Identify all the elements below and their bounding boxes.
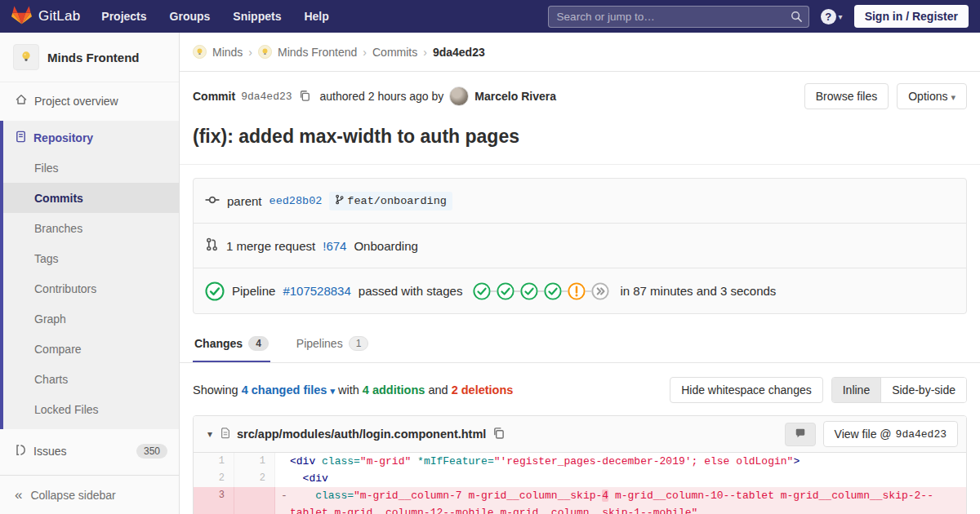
sidebar-item-repository[interactable]: Repository [3,122,179,153]
status-passed-icon[interactable] [544,282,562,300]
new-line-number[interactable]: 1 [234,453,275,470]
collapse-sidebar-button[interactable]: « Collapse sidebar [0,475,179,514]
changed-files-dropdown[interactable]: 4 changed files ▾ [242,383,335,397]
commit-label: Commit [193,90,235,103]
parent-sha-link[interactable]: eed28b02 [270,195,323,207]
sidebar-item-issues[interactable]: Issues 350 [0,436,179,466]
collapse-file-caret-icon[interactable]: ▾ [207,428,212,440]
merge-request-link[interactable]: !674 [323,239,346,253]
breadcrumb-separator: › [248,46,252,59]
sidebar-item-project-overview[interactable]: Project overview [0,86,179,116]
sign-in-register-button[interactable]: Sign in / Register [854,5,969,28]
side-by-side-view-button[interactable]: Side-by-side [880,378,966,402]
pipeline-stages [473,282,609,300]
sidebar-item-files[interactable]: Files [3,153,179,183]
tab-changes[interactable]: Changes 4 [193,326,270,362]
file-path[interactable]: src/app/modules/auth/login.component.htm… [237,428,486,441]
line-content: - class="m-grid__column-7 m-grid__column… [275,487,966,514]
breadcrumb-link-group[interactable]: Minds [212,46,243,59]
view-file-button[interactable]: View file @ 9da4ed23 [823,421,958,447]
parent-label: parent [227,194,262,208]
status-passed-icon[interactable] [497,282,514,300]
lightbulb-avatar-icon [13,44,39,70]
deletions-count: 2 deletions [452,383,514,397]
old-line-number[interactable]: 1 [194,453,234,470]
commit-tabs: Changes 4 Pipelines 1 [180,326,980,363]
new-line-number[interactable] [234,487,275,514]
chevron-down-icon: ▾ [839,12,843,21]
stage-connector [491,290,497,292]
pipeline-label: Pipeline [232,284,275,298]
breadcrumb-link-project[interactable]: Minds Frontend [278,46,357,59]
nav-link-groups[interactable]: Groups [170,10,211,23]
inline-view-button[interactable]: Inline [832,378,880,402]
lightbulb-avatar-icon [193,45,207,59]
sidebar-item-contributors[interactable]: Contributors [3,273,179,304]
top-navbar: GitLab ProjectsGroupsSnippetsHelp ? ▾ Si… [0,0,980,33]
project-context-header[interactable]: Minds Frontend [0,33,179,82]
breadcrumb: Minds › Minds Frontend › Commits › 9da4e… [180,33,980,72]
commit-icon [205,193,220,210]
issues-icon [15,444,27,459]
status-passed-icon[interactable] [473,282,491,300]
sidebar-item-branches[interactable]: Branches [3,213,179,243]
sidebar-item-graph[interactable]: Graph [3,304,179,334]
diff-file-header: ▾ src/app/modules/auth/login.component.h… [194,416,966,453]
copy-icon [299,90,310,104]
browse-files-button[interactable]: Browse files [804,83,889,109]
toggle-comments-button[interactable] [785,423,816,446]
merge-request-text: 1 merge request [226,239,315,253]
sidebar-item-commits[interactable]: Commits [3,183,179,213]
status-skipped-icon[interactable] [591,282,609,300]
pipelines-count-badge: 1 [349,336,369,351]
copy-file-path-button[interactable] [491,425,506,443]
new-line-number[interactable]: 2 [234,470,275,487]
search-icon [791,11,803,25]
chevron-down-icon: ▾ [330,386,335,396]
branch-icon [335,194,344,208]
nav-link-projects[interactable]: Projects [101,10,146,23]
author-avatar[interactable] [449,86,469,106]
nav-link-help[interactable]: Help [304,10,328,23]
copy-sha-button[interactable] [297,88,312,105]
status-passed-icon[interactable] [205,281,225,301]
main-content: Minds › Minds Frontend › Commits › 9da4e… [180,33,980,514]
branch-ref-label[interactable]: feat/onboarding [329,192,452,210]
pipeline-duration: in 87 minutes and 3 seconds [620,284,776,298]
old-line-number[interactable]: 2 [194,470,234,487]
options-dropdown-button[interactable]: Options▾ [897,83,967,109]
search-input[interactable] [548,6,809,28]
sidebar-item-locked-files[interactable]: Locked Files [3,394,179,424]
chevron-down-icon: ▾ [951,92,956,102]
help-menu[interactable]: ? ▾ [821,9,843,24]
issues-count-badge: 350 [136,444,167,459]
diff-line: 3- class="m-grid__column-7 m-grid__colum… [194,487,966,514]
help-icon: ? [821,9,836,24]
status-warning-icon[interactable] [568,282,586,300]
diff-view-toggle: Inline Side-by-side [831,377,967,403]
tab-pipelines[interactable]: Pipelines 1 [295,326,371,362]
diff-line: 22 <div [194,470,966,487]
merge-request-row: 1 merge request !674 Onboarding [194,224,966,268]
sidebar-nav: Project overview Repository FilesCommits… [0,82,179,475]
breadcrumb-current-sha: 9da4ed23 [433,46,485,59]
project-title: Minds Frontend [47,51,140,64]
sidebar-item-compare[interactable]: Compare [3,334,179,364]
old-line-number[interactable]: 3 [194,487,234,514]
gitlab-home-link[interactable]: GitLab [11,5,80,28]
pipeline-id-link[interactable]: #107528834 [283,284,350,298]
copy-icon [492,427,505,441]
commit-sha: 9da4ed23 [241,91,292,103]
diff-body: 11<div class="m-grid" *mIfFeature="'regi… [194,453,966,514]
status-passed-icon[interactable] [520,282,538,300]
breadcrumb-separator: › [363,46,367,59]
diff-file-card: ▾ src/app/modules/auth/login.component.h… [193,415,967,514]
hide-whitespace-button[interactable]: Hide whitespace changes [670,377,823,403]
sidebar-item-tags[interactable]: Tags [3,243,179,273]
breadcrumb-link-commits[interactable]: Commits [372,46,417,59]
nav-link-snippets[interactable]: Snippets [233,10,281,23]
project-sidebar: Minds Frontend Project overview Reposito… [0,33,180,514]
sidebar-item-charts[interactable]: Charts [3,364,179,394]
file-icon [220,427,231,441]
author-name[interactable]: Marcelo Rivera [474,90,556,103]
